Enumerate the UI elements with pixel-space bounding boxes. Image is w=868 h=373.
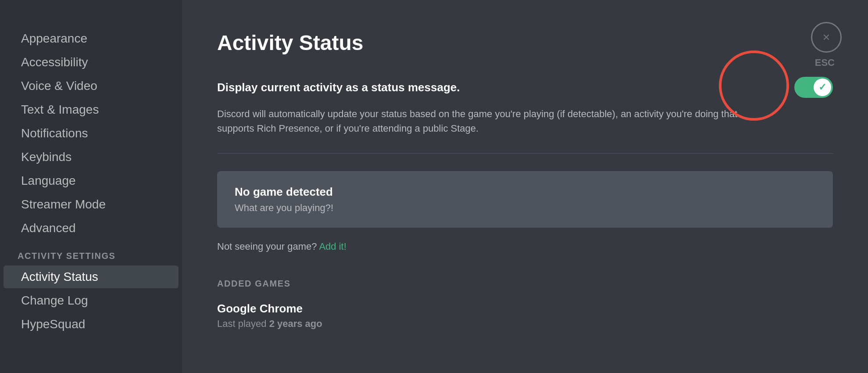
added-games-label: ADDED GAMES [217,279,833,289]
page-title: Activity Status [217,31,833,55]
sidebar-item-text-images[interactable]: Text & Images [4,98,179,121]
sidebar-item-accessibility[interactable]: Accessibility [4,51,179,74]
close-button[interactable]: × [811,22,842,53]
activity-status-toggle[interactable] [794,77,833,98]
game-entry-name: Google Chrome [217,302,833,316]
sidebar-item-appearance[interactable]: Appearance [4,27,179,50]
not-seeing-text: Not seeing your game? Add it! [217,241,833,252]
toggle-description: Discord will automatically update your s… [217,107,743,136]
sidebar-item-voice-video[interactable]: Voice & Video [4,75,179,97]
activity-settings-label: ACTIVITY SETTINGS [0,240,182,265]
divider [217,153,833,154]
games-list: Google ChromeLast played 2 years ago [217,302,833,330]
esc-label: ESC [815,57,835,68]
toggle-row: Display current activity as a status mes… [217,77,833,98]
sidebar-item-advanced[interactable]: Advanced [4,217,179,240]
sidebar: AppearanceAccessibilityVoice & VideoText… [0,0,182,373]
toggle-container [794,77,833,98]
sidebar-item-activity-status[interactable]: Activity Status [4,265,179,288]
toggle-knob [814,79,831,96]
sidebar-item-notifications[interactable]: Notifications [4,122,179,145]
game-detected-box: No game detected What are you playing?! [217,171,833,228]
add-game-link[interactable]: Add it! [319,241,346,252]
sidebar-item-language[interactable]: Language [4,169,179,192]
game-entry: Google ChromeLast played 2 years ago [217,302,833,330]
main-content: Activity Status Display current activity… [182,0,868,373]
toggle-label: Display current activity as a status mes… [217,81,460,94]
sidebar-item-streamer-mode[interactable]: Streamer Mode [4,193,179,216]
sidebar-item-change-log[interactable]: Change Log [4,289,179,312]
game-box-title: No game detected [235,185,815,199]
game-box-subtitle: What are you playing?! [235,202,815,214]
sidebar-item-keybinds[interactable]: Keybinds [4,146,179,169]
sidebar-item-hypesquad[interactable]: HypeSquad [4,313,179,336]
game-entry-last-played: Last played 2 years ago [217,318,833,330]
